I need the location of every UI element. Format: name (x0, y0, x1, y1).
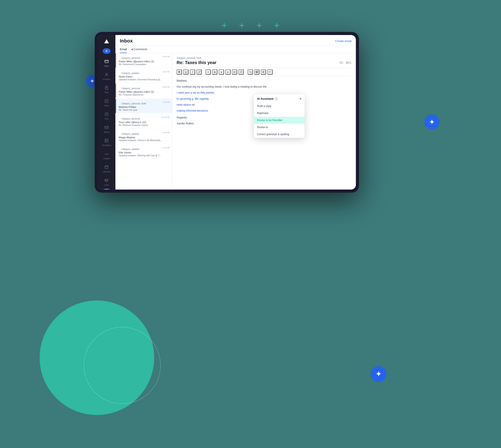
list-item[interactable]: Category_personal; Draft Matthew Phillip… (115, 99, 172, 113)
svg-rect-0 (105, 60, 108, 63)
list-item[interactable]: Category_personal Parker Miller (@parker… (115, 53, 172, 67)
highlighted-text-2: ow as they pertain (193, 91, 214, 94)
toolbar-attach[interactable]: 📎 (247, 69, 253, 75)
email-list: Category_personal Parker Miller (@parker… (115, 53, 172, 190)
cc-bcc-controls: CC BCC (339, 61, 352, 64)
email-sender: Maggs Maybee (119, 136, 169, 139)
ai-menu-revise[interactable]: Revise to (254, 124, 305, 131)
email-subject: Re: Retirement Consultation (119, 63, 169, 66)
sidebar-item-calendar[interactable]: Calendar (99, 162, 114, 175)
ai-menu-rephrase[interactable]: Rephrase (254, 110, 305, 117)
learn-icon (103, 177, 110, 183)
files-icon (103, 85, 110, 91)
inbox-header: Inbox Create email (115, 35, 356, 46)
email-greeting: Matthew, (177, 79, 352, 83)
toolbar-indent-right[interactable]: ▸ (225, 69, 231, 75)
user-avatar[interactable]: CH (103, 189, 111, 190)
email-sender: Parker Miller (@parker.miller) (3) (119, 60, 169, 63)
sidebar-item-templates[interactable]: Templates (99, 136, 114, 148)
ai-assistant-title: AI Assistant (257, 97, 274, 100)
email-subject: Updated invitation: Document Roundup @..… (119, 78, 169, 81)
toolbar-list-unordered[interactable]: ≡ (206, 69, 211, 75)
sidebar-item-insights[interactable]: Insights (99, 149, 114, 161)
email-sender: Matthew Phillips (119, 106, 169, 108)
main-content: Inbox Create email Email Comments Cate (115, 35, 356, 190)
email-time: 2:51 PM (162, 101, 170, 103)
ai-popup-header: AI Assistant i × (254, 94, 305, 103)
toolbar-underline[interactable]: U (183, 69, 189, 75)
toolbar-indent-left[interactable]: ◂ (219, 69, 224, 75)
ai-assistant-popup: AI Assistant i × Draft a reply Rephrase … (254, 94, 305, 138)
ai-close-button[interactable]: × (300, 97, 302, 101)
tab-notification-dot (131, 49, 133, 50)
email-detail-meta: Category_personal; Draft (177, 57, 352, 59)
toolbar-bold[interactable]: B (177, 69, 182, 75)
floating-star-button-bottom[interactable]: ✦ (371, 366, 387, 382)
email-time: 2:51 PM (162, 71, 170, 73)
tab-comments[interactable]: Comments (131, 46, 147, 53)
inbox-tabs: Email Comments (115, 46, 356, 53)
svg-point-1 (106, 73, 108, 75)
list-item[interactable]: Category_personal Parker Miller (@parker… (115, 84, 172, 98)
ai-menu-grammar[interactable]: Correct grammar & spelling (254, 131, 305, 138)
list-item[interactable]: Category_personal Tony Lefler (@tony-l) … (115, 114, 172, 128)
cc-button[interactable]: CC (339, 61, 343, 64)
toolbar-ai-edit[interactable]: ✏ (267, 69, 273, 75)
toolbar-image[interactable]: 🖼 (254, 69, 259, 75)
svg-rect-6 (105, 126, 108, 129)
email-subject: Updated invitation: Check-in @ Wednesda.… (119, 139, 169, 142)
email-time: 1:01 PM (162, 147, 170, 149)
billing-icon (103, 124, 110, 130)
email-time: 4:44 PM (162, 131, 170, 134)
ai-menu-revise-friendlier[interactable]: Revise to be friendlier (254, 117, 305, 124)
highlighted-text-5: need advice (177, 103, 191, 106)
plus-sign-2: + (239, 21, 244, 30)
floating-star-button-right[interactable]: ✦ (424, 114, 439, 129)
insights-icon (103, 151, 110, 157)
time-icon (103, 111, 110, 117)
sidebar-item-contacts[interactable]: Contacts (99, 70, 114, 82)
sidebar-item-tasks[interactable]: Tasks (99, 96, 114, 109)
sidebar-item-billing[interactable]: Billing (99, 123, 114, 135)
email-time: 9:53 AM (162, 86, 170, 88)
plus-sign-1: + (222, 21, 227, 30)
email-sender: Ellie Seelos (119, 151, 169, 154)
toolbar-quote[interactable]: ⊟ (232, 69, 237, 75)
highlighted-text-3: to upcoming (177, 97, 191, 100)
toolbar-link[interactable]: 🔗 (196, 69, 202, 75)
decorative-plus-signs: + + + + (222, 21, 279, 30)
email-category: Category_personal; Draft (119, 101, 169, 106)
sidebar-item-time[interactable]: Time (99, 109, 114, 122)
tab-email[interactable]: Email (120, 46, 127, 53)
email-sender: Parker Miller (@parker.miller) (5) (119, 91, 169, 93)
highlighted-text-6: making informed decisions. (177, 109, 209, 112)
email-toolbar: B U I 🔗 ≡ ≣ ◂ ▸ ⊟ ☰ 📎 🖼 ⊞ (177, 68, 352, 76)
tasks-icon (103, 98, 110, 104)
ai-menu-draft-reply[interactable]: Draft a reply (254, 103, 305, 110)
templates-icon (103, 138, 110, 144)
calendar-icon (103, 164, 110, 170)
bcc-button[interactable]: BCC (346, 61, 352, 64)
email-category: Category_updates (119, 70, 169, 75)
email-sender: Tony Lefler (@tony-l) (10) (119, 121, 169, 124)
email-category: Category_updates (119, 131, 169, 136)
sidebar-item-files[interactable]: Files (99, 83, 114, 95)
email-detail: Category_personal; Draft Re: Taxes this … (172, 53, 356, 190)
email-time: 8:23 AM (162, 55, 170, 58)
toolbar-table[interactable]: ⊞ (261, 69, 266, 75)
toolbar-italic[interactable]: I (190, 69, 195, 75)
toolbar-format[interactable]: ☰ (239, 69, 244, 75)
email-sender: Skyler Ebreo (119, 75, 169, 78)
ai-info-icon[interactable]: i (275, 97, 278, 100)
list-item[interactable]: Category_updates Maggs Maybee Updated in… (115, 129, 172, 143)
sidebar-item-inbox[interactable]: Inbox (99, 57, 114, 69)
highlighted-text-1: I need your p (177, 91, 192, 94)
list-item[interactable]: Category_updates Skyler Ebreo Updated in… (115, 68, 172, 82)
email-category: Category_personal (119, 55, 169, 60)
toolbar-list-ordered[interactable]: ≣ (212, 69, 217, 75)
create-email-button[interactable]: Create email (335, 39, 352, 43)
list-item[interactable]: Category_updates Ellie Seelos Updated in… (115, 144, 172, 159)
email-category: Category_updates (119, 146, 169, 151)
add-button[interactable]: + (103, 48, 111, 54)
sidebar-item-learn[interactable]: Learn (99, 176, 114, 188)
